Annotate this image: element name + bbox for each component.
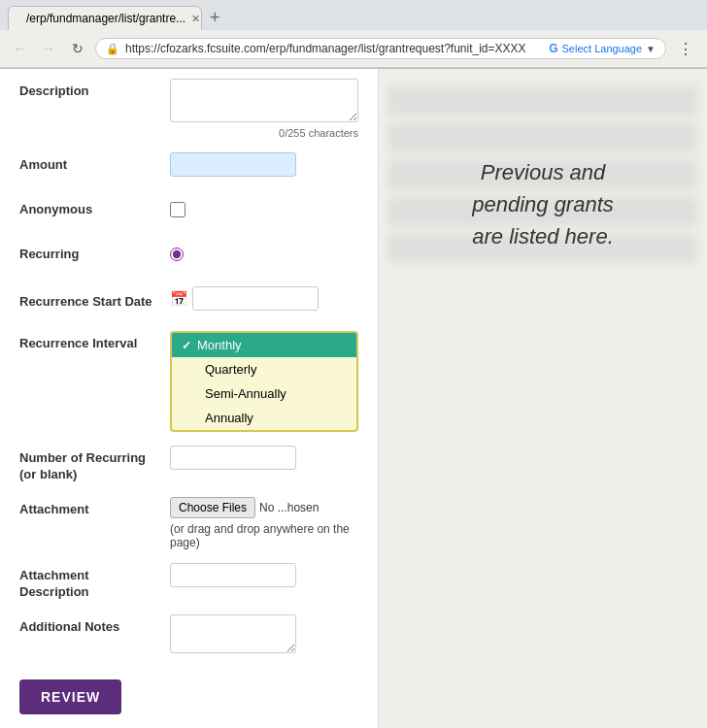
review-button-row: REVIEW [19,670,358,714]
number-recurring-row: Number of Recurring (or blank) [19,446,358,483]
form-panel: Description 0/255 characters Amount 10 A… [0,69,379,728]
no-file-text: No ...hosen [259,501,319,514]
option-quarterly[interactable]: Quarterly [172,357,356,381]
option-annually-label: Annually [205,411,253,425]
description-control: 0/255 characters [170,79,358,139]
calendar-icon[interactable]: 📅 [170,290,188,308]
interval-dropdown-wrap: ✓ Monthly Quarterly Semi-Annually [170,331,358,432]
attachment-row: Attachment Choose Files No ...hosen (or … [19,497,358,549]
option-monthly-label: Monthly [197,338,242,352]
tab-bar: /erp/fundmanager/list/grantre... ✕ + [0,0,707,30]
tab-close-icon[interactable]: ✕ [191,13,200,25]
anonymous-checkbox[interactable] [170,202,185,217]
recurrence-start-date-control: 📅 [170,286,358,311]
back-button[interactable]: ← [8,37,31,60]
forward-button[interactable]: → [37,37,60,60]
anonymous-label: Anonymous [19,197,170,218]
attachment-description-input[interactable] [170,563,296,587]
amount-input[interactable]: 10 [170,152,296,177]
description-row: Description 0/255 characters [19,79,358,139]
chars-hint: 0/255 characters [170,127,358,139]
g-icon: G [549,42,557,55]
active-tab[interactable]: /erp/fundmanager/list/grantre... ✕ [8,6,202,30]
file-input-wrap: Choose Files No ...hosen [170,497,358,518]
recurrence-start-date-label: Recurrence Start Date [19,286,170,311]
new-tab-button[interactable]: + [206,8,224,28]
attachment-description-row: Attachment Description [19,563,358,601]
previous-text-line2: pending grants [398,188,688,220]
number-recurring-control [170,446,358,470]
option-semi-annually-label: Semi-Annually [205,386,286,401]
description-input[interactable] [170,79,358,122]
additional-notes-row: Additional Notes [19,614,358,656]
tab-label: /erp/fundmanager/list/grantre... [26,12,185,25]
right-panel: Previous and pending grants are listed h… [379,69,707,728]
blur-row-1 [388,86,697,116]
previous-text-line1: Previous and [398,156,688,188]
recurring-row: Recurring [19,242,358,273]
number-recurring-input[interactable] [170,446,296,470]
description-label: Description [19,79,170,100]
additional-notes-label: Additional Notes [19,614,170,636]
recurring-control [170,242,358,264]
menu-button[interactable]: ⋮ [672,35,699,62]
amount-control: 10 [170,152,358,177]
number-recurring-label: Number of Recurring (or blank) [19,446,170,483]
browser-chrome: /erp/fundmanager/list/grantre... ✕ + ← →… [0,0,707,69]
recurrence-start-date-row: Recurrence Start Date 📅 [19,286,358,317]
url-text: https://cfozarks.fcsuite.com/erp/fundman… [125,42,543,55]
recurrence-interval-control: ✓ Monthly Quarterly Semi-Annually [170,331,358,432]
option-quarterly-label: Quarterly [205,362,256,377]
additional-notes-input[interactable] [170,614,296,653]
address-right-icons: G Select Language ▼ [549,42,656,55]
recurring-label: Recurring [19,242,170,263]
recurrence-start-date-input[interactable] [192,286,319,311]
check-icon: ✓ [182,339,191,352]
previous-pending-text: Previous and pending grants are listed h… [388,137,697,272]
lock-icon: 🔒 [106,43,119,55]
amount-label: Amount [19,152,170,174]
additional-notes-control [170,614,358,656]
option-monthly[interactable]: ✓ Monthly [172,333,356,357]
attachment-control: Choose Files No ...hosen (or drag and dr… [170,497,358,549]
address-bar[interactable]: 🔒 https://cfozarks.fcsuite.com/erp/fundm… [95,38,666,59]
anonymous-row: Anonymous [19,197,358,228]
attachment-description-control [170,563,358,587]
language-dropdown-icon[interactable]: ▼ [646,44,656,54]
choose-files-button[interactable]: Choose Files [170,497,255,518]
reload-button[interactable]: ↻ [66,37,89,60]
amount-row: Amount 10 [19,152,358,183]
recurrence-interval-row: Recurrence Interval ✓ Monthly Quarterly [19,331,358,432]
previous-text-line3: are listed here. [398,220,688,252]
attachment-description-label: Attachment Description [19,563,170,601]
recurring-radio[interactable] [170,248,184,261]
interval-dropdown[interactable]: ✓ Monthly Quarterly Semi-Annually [170,331,358,432]
date-input-wrap: 📅 [170,286,358,311]
option-semi-annually[interactable]: Semi-Annually [172,381,356,406]
select-language-link[interactable]: Select Language [562,43,643,54]
drag-drop-hint: (or drag and drop anywhere on the page) [170,522,358,549]
main-content: Description 0/255 characters Amount 10 A… [0,69,707,728]
recurrence-interval-label: Recurrence Interval [19,331,170,352]
review-button[interactable]: REVIEW [19,679,121,714]
option-annually[interactable]: Annually [172,406,356,430]
attachment-label: Attachment [19,497,170,518]
nav-bar: ← → ↻ 🔒 https://cfozarks.fcsuite.com/erp… [0,30,707,68]
anonymous-control [170,197,358,220]
